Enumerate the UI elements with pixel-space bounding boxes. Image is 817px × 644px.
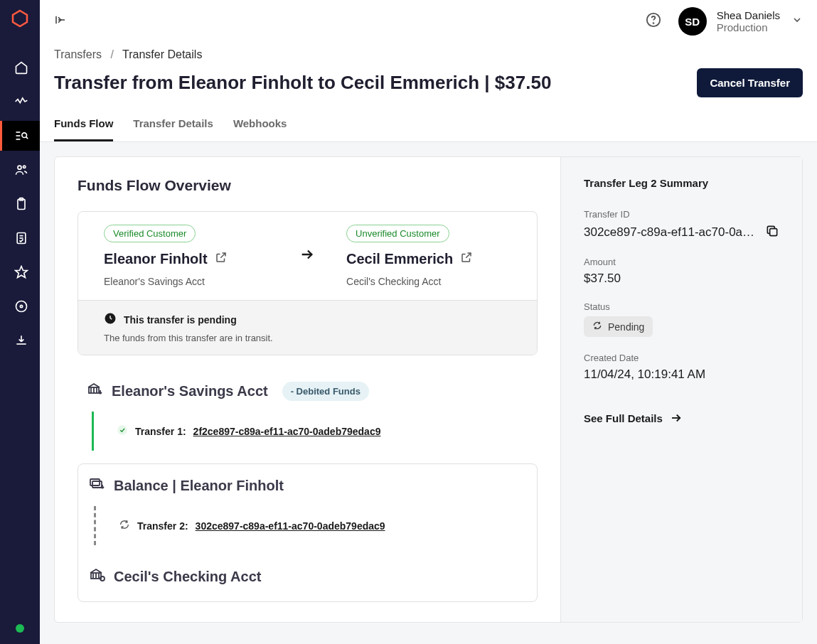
nav-download[interactable] <box>0 326 40 355</box>
nav-customers[interactable] <box>0 155 40 185</box>
tab-webhooks[interactable]: Webhooks <box>233 117 287 141</box>
breadcrumb-parent[interactable]: Transfers <box>54 48 102 60</box>
tab-transfer-details[interactable]: Transfer Details <box>133 117 213 141</box>
svg-rect-26 <box>90 479 100 485</box>
balance-icon <box>88 476 105 496</box>
user-menu[interactable]: SD Shea Daniels Production <box>678 7 803 36</box>
open-external-icon[interactable] <box>215 251 228 267</box>
to-account: Cecil's Checking Acct <box>346 276 511 287</box>
bank-out-icon <box>86 381 103 402</box>
tabs: Funds Flow Transfer Details Webhooks <box>40 103 817 142</box>
status-value: Pending <box>608 321 644 333</box>
svg-rect-33 <box>770 229 777 236</box>
transfer1-link[interactable]: 2f2ce897-c89a-ef11-ac70-0adeb79edac9 <box>193 426 381 437</box>
overview-title: Funds Flow Overview <box>78 177 538 194</box>
open-external-icon[interactable] <box>460 251 473 267</box>
expand-sidebar-icon[interactable] <box>54 14 67 29</box>
created-value: 11/04/24, 10:19:41 AM <box>584 367 779 382</box>
status-pill: Pending <box>584 316 653 337</box>
from-account: Eleanor's Savings Acct <box>104 276 299 287</box>
debited-chip: - Debited Funds <box>282 382 369 401</box>
page-title: Transfer from Eleanor Finholt to Cecil E… <box>54 72 551 94</box>
transfer-id-label: Transfer ID <box>584 209 779 220</box>
see-full-details-link[interactable]: See Full Details <box>584 412 683 424</box>
svg-marker-13 <box>15 267 27 278</box>
svg-point-25 <box>117 425 127 434</box>
amount-value: $37.50 <box>584 272 779 286</box>
pending-description: The funds from this transfer are in tran… <box>104 333 511 343</box>
nav-activity[interactable] <box>0 87 40 117</box>
nav-receipt[interactable] <box>0 223 40 253</box>
verified-badge: Verified Customer <box>104 225 196 242</box>
transfer1-prefix: Transfer 1: <box>135 426 186 437</box>
created-label: Created Date <box>584 353 779 363</box>
svg-point-15 <box>20 305 22 307</box>
check-icon <box>117 424 128 438</box>
svg-point-4 <box>21 133 26 138</box>
balance-flow-box: Balance | Eleanor Finholt Transfer 2: 30… <box>78 463 538 602</box>
from-party: Verified Customer Eleanor Finholt Eleano… <box>104 225 299 287</box>
user-environment: Production <box>717 21 780 33</box>
svg-point-19 <box>653 23 653 23</box>
transfer-card: Verified Customer Eleanor Finholt Eleano… <box>78 211 538 355</box>
balance-label: Balance | Eleanor Finholt <box>114 478 284 494</box>
arrow-right-icon <box>670 412 683 424</box>
copy-icon[interactable] <box>765 224 779 241</box>
svg-rect-27 <box>92 481 102 488</box>
transfer2-prefix: Transfer 2: <box>137 520 188 532</box>
breadcrumb-current: Transfer Details <box>122 48 202 60</box>
svg-point-14 <box>16 301 26 312</box>
summary-panel: Transfer Leg 2 Summary Transfer ID 302ce… <box>560 157 802 622</box>
help-icon[interactable] <box>646 12 661 31</box>
from-customer-name: Eleanor Finholt <box>104 251 208 267</box>
summary-title: Transfer Leg 2 Summary <box>584 177 779 189</box>
tab-funds-flow[interactable]: Funds Flow <box>54 117 113 141</box>
transfer-id-value: 302ce897-c89a-ef11-ac70-0ad… <box>584 225 757 240</box>
nav-star[interactable] <box>0 257 40 287</box>
topbar: SD Shea Daniels Production <box>40 0 817 43</box>
svg-marker-0 <box>13 11 27 26</box>
source-account-label: Eleanor's Savings Acct <box>112 383 268 399</box>
svg-point-6 <box>18 166 21 169</box>
breadcrumb: Transfers / Transfer Details <box>54 48 803 61</box>
svg-line-5 <box>26 137 28 139</box>
to-customer-name: Cecil Emmerich <box>346 251 453 267</box>
status-label: Status <box>584 301 779 312</box>
sync-icon <box>119 519 130 532</box>
chevron-down-icon <box>791 14 803 28</box>
nav-clipboard[interactable] <box>0 189 40 219</box>
arrow-right-icon <box>299 247 315 265</box>
status-indicator <box>16 624 24 633</box>
user-name: Shea Daniels <box>717 9 780 21</box>
sync-icon <box>104 312 117 327</box>
nav-home[interactable] <box>0 53 40 82</box>
dest-account-label: Cecil's Checking Acct <box>114 569 261 585</box>
to-party: Unverified Customer Cecil Emmerich Cecil… <box>346 225 511 287</box>
user-avatar: SD <box>678 7 707 36</box>
sidebar <box>0 0 40 644</box>
svg-point-7 <box>23 166 25 168</box>
sync-icon <box>592 321 602 333</box>
bank-in-icon <box>88 567 105 587</box>
transfer2-link[interactable]: 302ce897-c89a-ef11-ac70-0adeb79edac9 <box>196 520 385 532</box>
unverified-badge: Unverified Customer <box>346 225 449 242</box>
nav-search[interactable] <box>0 121 40 151</box>
logo-icon <box>10 9 30 31</box>
cancel-transfer-button[interactable]: Cancel Transfer <box>697 68 803 97</box>
pending-banner: This transfer is pending The funds from … <box>78 300 537 355</box>
amount-label: Amount <box>584 257 779 267</box>
nav-settings[interactable] <box>0 291 40 321</box>
pending-title: This transfer is pending <box>124 314 237 326</box>
svg-point-32 <box>100 576 105 581</box>
